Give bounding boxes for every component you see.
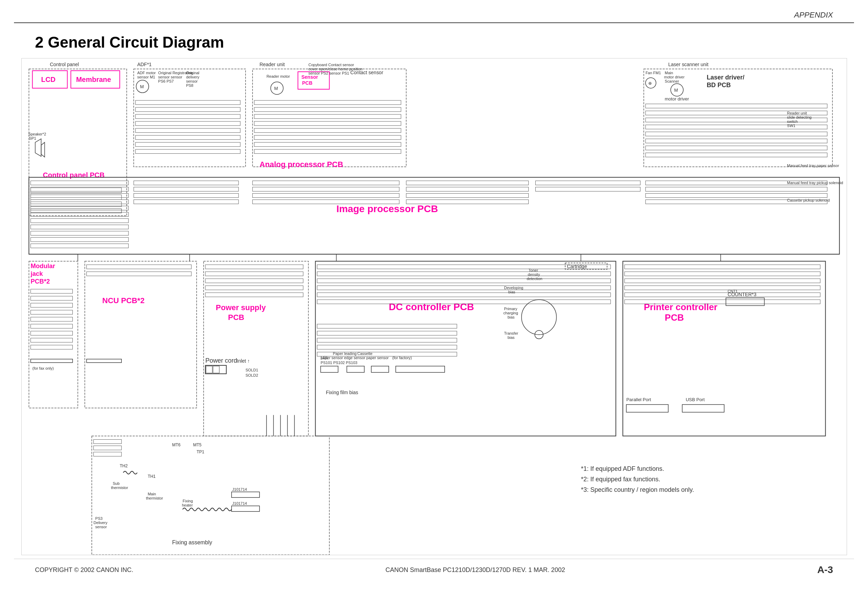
svg-text:Contact sensor: Contact sensor	[350, 70, 383, 75]
svg-text:Reader unit: Reader unit	[259, 62, 284, 67]
svg-text:Analog processor PCB: Analog processor PCB	[259, 160, 343, 169]
footer-copyright: COPYRIGHT © 2002 CANON INC.	[35, 566, 133, 574]
svg-text:Main: Main	[148, 492, 156, 496]
svg-text:charging: charging	[503, 311, 518, 315]
svg-text:PS8: PS8	[186, 83, 194, 87]
svg-text:Developing: Developing	[504, 286, 523, 290]
svg-text:switch: switch	[787, 120, 797, 124]
svg-text:*2: If equipped fax functions.: *2: If equipped fax functions.	[581, 476, 660, 483]
svg-text:PS6 PS7: PS6 PS7	[158, 79, 174, 83]
svg-text:ADF*1: ADF*1	[137, 62, 152, 67]
appendix-label: APPENDIX	[794, 11, 833, 19]
svg-text:thermistor: thermistor	[111, 485, 128, 490]
svg-text:Reader unit: Reader unit	[787, 111, 807, 115]
svg-text:LCD: LCD	[41, 76, 55, 83]
svg-text:Parallel Port: Parallel Port	[626, 397, 651, 402]
svg-text:Fixing film bias: Fixing film bias	[326, 390, 358, 395]
svg-text:*1: If equipped ADF functions.: *1: If equipped ADF functions.	[581, 465, 664, 472]
svg-text:Membrane: Membrane	[76, 76, 111, 83]
svg-text:Speaker*2: Speaker*2	[28, 132, 46, 136]
svg-text:PCB*2: PCB*2	[31, 278, 50, 285]
svg-text:thermistor: thermistor	[146, 496, 163, 500]
svg-text:USB Port: USB Port	[685, 397, 704, 402]
svg-text:Original: Original	[186, 71, 199, 75]
svg-text:Power supply: Power supply	[215, 303, 266, 312]
svg-text:Manual feed tray paper sensor: Manual feed tray paper sensor	[787, 163, 839, 168]
svg-text:MT5: MT5	[193, 443, 201, 448]
circuit-diagram-svg: Control panel LCD Membrane Speaker*2 SP1…	[22, 59, 847, 555]
svg-text:sensor: sensor	[95, 525, 107, 529]
svg-text:MT6: MT6	[172, 443, 181, 448]
svg-text:motor driver: motor driver	[664, 75, 685, 79]
svg-text:TP1: TP1	[196, 449, 204, 454]
svg-text:Modular: Modular	[31, 263, 55, 269]
svg-text:NCU PCB*2: NCU PCB*2	[102, 296, 144, 305]
svg-text:bias: bias	[507, 315, 515, 319]
svg-text:detection: detection	[527, 277, 542, 281]
svg-text:J101714: J101714	[232, 501, 246, 505]
svg-text:*3: Specific country / region : *3: Specific country / region models onl…	[581, 486, 694, 493]
svg-text:bias: bias	[508, 290, 515, 294]
svg-text:CNT1: CNT1	[727, 289, 738, 293]
header-appendix: APPENDIX	[14, 7, 854, 23]
footer-page-number: A-3	[817, 564, 833, 575]
svg-text:Laser driver/: Laser driver/	[706, 74, 744, 81]
svg-text:Control panel: Control panel	[50, 62, 79, 67]
svg-text:ADF motor: ADF motor	[137, 71, 156, 75]
svg-text:Toner: Toner	[528, 268, 538, 272]
svg-text:PS101         PS102         PS: PS101 PS102 PS103	[321, 361, 357, 365]
svg-text:Inlet ↑: Inlet ↑	[237, 358, 250, 364]
svg-text:PCB: PCB	[228, 313, 244, 322]
svg-text:M: M	[140, 84, 144, 89]
svg-text:bias: bias	[507, 335, 515, 340]
svg-text:Cassette pickup solenoid: Cassette pickup solenoid	[787, 198, 829, 202]
svg-text:Power cord: Power cord	[205, 357, 237, 364]
svg-text:SOLD1: SOLD1	[245, 368, 258, 372]
svg-text:TH2: TH2	[119, 463, 128, 468]
svg-text:Copyboard Contact sensor: Copyboard Contact sensor	[308, 63, 354, 67]
svg-text:J101714: J101714	[232, 487, 246, 491]
svg-text:Reader motor: Reader motor	[266, 74, 290, 78]
svg-text:Printer controller: Printer controller	[644, 302, 718, 312]
svg-text:slide detecting: slide detecting	[787, 115, 811, 120]
svg-text:Scanner: Scanner	[665, 79, 679, 83]
svg-text:Main: Main	[665, 71, 673, 75]
svg-text:motor driver: motor driver	[665, 96, 689, 101]
footer-model: CANON SmartBase PC1210D/1230D/1270D REV.…	[386, 566, 566, 574]
svg-text:SOLD2: SOLD2	[245, 373, 258, 377]
svg-text:SW1: SW1	[787, 124, 795, 128]
svg-text:PCB: PCB	[665, 312, 684, 323]
footer-area: COPYRIGHT © 2002 CANON INC. CANON SmartB…	[14, 559, 854, 581]
svg-text:density: density	[528, 272, 540, 277]
svg-text:sensor M1: sensor M1	[137, 75, 155, 79]
svg-text:jack: jack	[30, 270, 43, 277]
page-title: 2 General Circuit Diagram	[35, 34, 854, 51]
svg-text:Fixing assembly: Fixing assembly	[172, 539, 212, 546]
svg-text:sensor PS2 sensor PS1: sensor PS2 sensor PS1	[308, 71, 349, 75]
svg-text:sensor: sensor	[186, 79, 198, 83]
svg-text:BD PCB: BD PCB	[706, 82, 730, 89]
svg-text:Image processor PCB: Image processor PCB	[336, 204, 438, 214]
diagram-area: Control panel LCD Membrane Speaker*2 SP1…	[21, 58, 847, 555]
svg-text:PS3: PS3	[95, 516, 102, 521]
svg-text:M: M	[274, 86, 278, 91]
svg-text:Sub: Sub	[113, 481, 119, 485]
svg-text:Cartridge: Cartridge	[567, 264, 587, 269]
svg-text:Transfer: Transfer	[504, 331, 518, 335]
svg-text:(for fax only): (for fax only)	[32, 366, 54, 370]
page-container: APPENDIX 2 General Circuit Diagram Contr…	[0, 0, 868, 614]
svg-text:TH1: TH1	[148, 474, 156, 479]
svg-text:Fixing: Fixing	[183, 499, 193, 503]
svg-text:Manual feed tray pickup soleno: Manual feed tray pickup solenoid	[787, 180, 843, 185]
svg-text:heater: heater	[182, 503, 193, 507]
svg-text:Primary: Primary	[504, 307, 517, 311]
svg-text:Delivery: Delivery	[93, 521, 107, 525]
svg-text:DC controller PCB: DC controller PCB	[389, 302, 474, 312]
svg-text:SP1: SP1	[29, 136, 36, 140]
svg-text:delivery: delivery	[186, 75, 199, 79]
svg-text:M: M	[674, 87, 678, 93]
svg-text:PCB: PCB	[302, 80, 312, 86]
svg-text:Fan FM1: Fan FM1	[645, 71, 661, 75]
svg-text:sensor sensor: sensor sensor	[158, 75, 182, 79]
svg-text:⊕: ⊕	[648, 81, 652, 86]
